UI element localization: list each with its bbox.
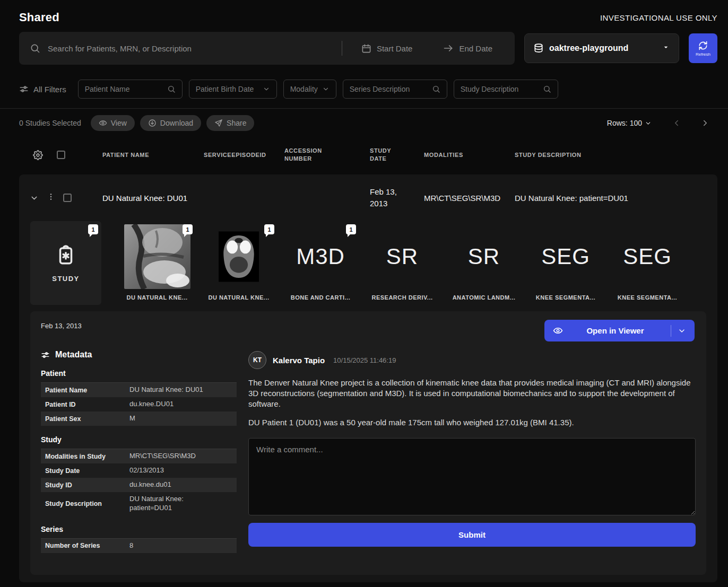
metadata-label: Study Date [41,465,129,477]
end-date-field[interactable]: End Date [431,43,504,54]
metadata-label: Patient Sex [41,413,129,425]
study-card: DU Natural Knee: DU01 Feb 13, 2013 MR\CT… [19,174,717,582]
download-button[interactable]: Download [140,115,201,131]
all-filters-button[interactable]: All Filters [19,84,66,94]
series-count-badge: 1 [264,224,274,234]
collapse-chevron-icon[interactable] [30,194,39,203]
view-label: View [111,119,127,127]
detail-body: Metadata Patient Patient Name DU Natural… [41,350,696,553]
series-card[interactable]: 1 [116,224,198,301]
study-date: Feb 13, 2013 [370,186,410,209]
chevron-down-icon [662,43,670,54]
gear-icon[interactable] [33,150,43,160]
series-description-input[interactable] [350,85,428,93]
study-row[interactable]: DU Natural Knee: DU01 Feb 13, 2013 MR\CT… [19,174,717,221]
refresh-button[interactable]: Refresh [689,33,717,63]
series-label: DU NATURAL KNE... [126,294,187,301]
metadata-heading: Metadata [41,350,237,360]
metadata-value: M [129,411,237,426]
modality-filter[interactable]: Modality [283,80,336,99]
patient-birth-date-label: Patient Birth Date [196,85,254,93]
metadata-heading-label: Metadata [55,350,92,360]
study-detail-panel: Feb 13, 2013 Open in Viewer [30,311,706,575]
column-header-patient-name[interactable]: PATIENT NAME [102,151,204,159]
end-date-label: End Date [459,44,492,53]
series-card[interactable]: SR RESEARCH DERIV... [361,224,443,301]
column-header-study-description[interactable]: STUDY DESCRIPTION [515,151,709,159]
start-date-field[interactable]: Start Date [350,43,424,54]
view-button[interactable]: View [91,115,135,131]
share-label: Share [227,119,246,127]
study-modalities: MR\CT\SEG\SR\M3D [424,194,515,203]
comment-timestamp: 10/15/2025 11:46:19 [333,356,396,364]
column-header-service-episode-id[interactable]: SERVICEEPISODEID [204,151,284,159]
series-label: RESEARCH DERIV... [371,294,432,301]
series-card[interactable]: 1 M3D BONE AND CARTI... [280,224,361,301]
metadata-row: Study ID du.knee.du01 [41,478,237,492]
metadata-rows-study: Modalities in Study MR\CT\SEG\SR\M3D Stu… [41,449,237,515]
series-label: DU NATURAL KNE... [208,294,269,301]
select-all-checkbox[interactable] [57,151,65,159]
modality-text: SR [386,244,418,269]
download-label: Download [160,119,193,127]
filters-row: All Filters Patient Birth Date Modality [0,80,728,99]
metadata-rows-patient: Patient Name DU Natural Knee: DU01 Patie… [41,383,237,426]
metadata-row: Patient ID du.knee.DU01 [41,397,237,411]
next-page-button[interactable] [697,118,713,128]
chevron-down-icon[interactable] [678,327,686,335]
comment-header: KT Kalervo Tapio 10/15/2025 11:46:19 [248,351,696,369]
series-card[interactable]: 1 DU NATURAL KNE... [198,224,280,301]
search-input[interactable] [48,44,334,53]
chevron-down-icon [263,85,270,93]
series-thumbnail: SEG [606,224,688,289]
download-icon [148,119,157,127]
selected-count: 0 Studies Selected [19,119,81,127]
metadata-row: Study Description DU Natural Knee: patie… [41,492,237,515]
avatar: KT [248,351,266,369]
search-icon [30,43,40,54]
series-label: BONE AND CARTI... [291,294,351,301]
search-row: Start Date End Date oaktree-playground [0,28,728,65]
series-card[interactable]: SEG KNEE SEGMENTA... [525,224,606,301]
metadata-row: Patient Name DU Natural Knee: DU01 [41,383,237,397]
modality-text: M3D [296,244,345,269]
series-thumbnail: SEG [525,224,606,289]
series-card[interactable]: SR ANATOMIC LANDM... [443,224,525,301]
refresh-icon [698,40,708,51]
comment-input[interactable] [248,438,696,515]
start-date-label: Start Date [377,44,413,53]
metadata-value: DU Natural Knee: DU01 [129,383,237,397]
patient-birth-date-filter[interactable]: Patient Birth Date [189,80,277,99]
patient-name-filter[interactable] [78,80,183,99]
column-header-study-date[interactable]: STUDY DATE [370,147,397,163]
series-description-filter[interactable] [343,80,447,99]
study-description-input[interactable] [461,85,539,93]
previous-page-button[interactable] [669,118,684,128]
study-row-checkbox[interactable] [63,194,72,202]
filter-sliders-icon [19,84,29,94]
eye-icon [99,119,107,127]
open-in-viewer-button[interactable]: Open in Viewer [544,320,695,341]
project-selector[interactable]: oaktree-playground [524,33,679,63]
study-description-filter[interactable] [454,80,558,99]
metadata-row: Patient Sex M [41,411,237,426]
submit-comment-button[interactable]: Submit [248,523,696,547]
search-divider [342,41,342,56]
share-button[interactable]: Share [206,115,254,131]
series-card[interactable]: SEG KNEE SEGMENTA... [606,224,688,301]
column-header-modalities[interactable]: MODALITIES [424,151,515,159]
search-icon [432,85,440,93]
project-selector-value: oaktree-playground [549,43,656,53]
patient-name-input[interactable] [85,85,163,93]
column-header-accession-number[interactable]: ACCESSION NUMBER [284,147,333,163]
kebab-menu-icon[interactable] [47,192,55,203]
investigational-notice: INVESTIGATIONAL USE ONLY [600,13,717,22]
refresh-label: Refresh [696,52,710,57]
knee-mri-sagittal-image [124,224,190,289]
rows-per-page-select[interactable]: Rows: 100 [607,119,652,127]
study-row-controls [19,192,102,203]
series-count-badge: 1 [183,224,193,234]
series-card-study[interactable]: 1 STUDY [30,221,101,305]
modality-text: SEG [541,244,590,269]
search-icon [543,85,551,93]
